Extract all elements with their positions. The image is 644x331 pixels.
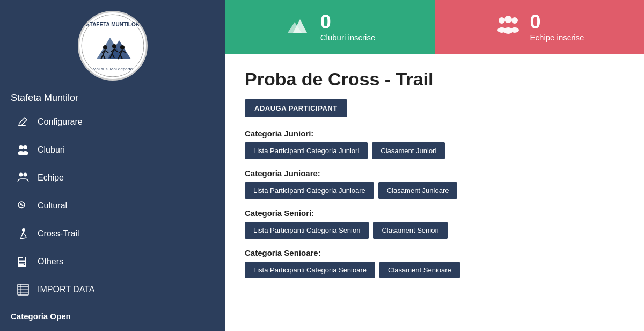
stats-bar: 0 Cluburi inscrise 0 Echipe inscrise [225,0,644,54]
sidebar-item-label-import-data: IMPORT DATA [38,285,94,294]
logo: STAFETA MUNTILOR Mai sus, Mai departe [78,11,148,81]
sidebar-item-cultural[interactable]: Cultural [0,192,225,220]
sidebar-item-label-cultural: Cultural [38,201,67,211]
category-label-junioare: Categoria Junioare: [245,169,625,178]
svg-point-27 [22,151,28,155]
category-label-seniori: Categoria Seniori: [245,208,625,218]
sidebar-item-cluburi[interactable]: Cluburi [0,136,225,164]
sidebar-item-label-cluburi: Cluburi [38,145,65,155]
list-juniori-button[interactable]: Lista Participanti Categoria Juniori [245,142,368,159]
footer-bold: Open [50,312,70,321]
mountain-icon [285,14,312,40]
stat-number-echipe: 0 [530,12,541,32]
sidebar-item-echipe[interactable]: Echipe [0,164,225,192]
sidebar: STAFETA MUNTILOR Mai sus, Mai departe St… [0,0,225,331]
svg-text:STAFETA MUNTILOR: STAFETA MUNTILOR [86,21,140,27]
list-seniori-button[interactable]: Lista Participanti Categoria Seniori [245,222,369,239]
stat-text-cluburi: 0 Cluburi inscrise [320,12,376,42]
svg-point-51 [511,17,518,24]
logo-area: STAFETA MUNTILOR Mai sus, Mai departe [0,0,225,86]
svg-point-24 [19,145,23,149]
echipe-icon [16,171,30,185]
svg-rect-40 [25,257,26,267]
svg-rect-39 [18,257,19,267]
category-buttons-senioare: Lista Participanti Categoria Senioare Cl… [245,262,625,278]
svg-point-33 [22,228,25,232]
sidebar-item-label-cross-trail: Cross-Trail [38,229,79,239]
svg-point-15 [120,45,125,49]
footer-prefix: Categoria [11,312,50,321]
content-area: Proba de Cross - Trail ADAUGA PARTICIPAN… [225,54,644,331]
svg-rect-36 [18,261,26,262]
sidebar-item-import-data[interactable]: IMPORT DATA [0,276,225,304]
sidebar-footer: Categoria Open [0,304,225,328]
svg-rect-35 [18,260,26,261]
sidebar-item-others[interactable]: Others [0,248,225,276]
others-icon [16,255,30,269]
stat-label-echipe: Echipe inscrise [530,33,584,42]
category-section-juniori: Categoria Juniori: Lista Participanti Ca… [245,129,625,159]
clasament-juniori-button[interactable]: Clasament Juniori [372,142,445,159]
sidebar-item-label-echipe: Echipe [38,173,64,183]
svg-point-28 [19,173,23,177]
svg-point-25 [23,145,27,149]
clasament-junioare-button[interactable]: Clasament Junioare [378,182,458,199]
category-label-juniori: Categoria Juniori: [245,129,625,138]
stat-label-cluburi: Cluburi inscrise [320,33,376,42]
sidebar-nav: Configurare Cluburi Echip [0,108,225,304]
team-icon [495,14,522,40]
stat-number-cluburi: 0 [320,12,331,32]
stat-card-cluburi: 0 Cluburi inscrise [225,0,435,54]
cluburi-icon [16,143,30,157]
category-label-senioare: Categoria Senioare: [245,248,625,257]
svg-text:Mai sus, Mai departe: Mai sus, Mai departe [93,67,133,71]
list-senioare-button[interactable]: Lista Participanti Categoria Senioare [245,262,375,278]
svg-rect-37 [18,263,26,264]
svg-rect-41 [18,265,26,267]
svg-point-3 [103,45,107,49]
main-content: 0 Cluburi inscrise 0 Echipe inscrise [225,0,644,331]
category-section-seniori: Categoria Seniori: Lista Participanti Ca… [245,208,625,239]
sidebar-title: Stafeta Muntilor [0,86,225,108]
cultural-icon [16,199,30,213]
sidebar-item-cross-trail[interactable]: Cross-Trail [0,220,225,248]
add-participant-button[interactable]: ADAUGA PARTICIPANT [245,99,347,117]
svg-point-54 [510,27,519,33]
sidebar-item-label-configurare: Configurare [38,117,83,127]
sidebar-item-label-others: Others [38,257,63,267]
cross-trail-icon [16,227,30,241]
category-section-senioare: Categoria Senioare: Lista Participanti C… [245,248,625,278]
svg-point-49 [499,17,505,24]
page-title: Proba de Cross - Trail [245,69,625,90]
svg-point-29 [24,173,27,177]
clasament-seniori-button[interactable]: Clasament Seniori [373,222,447,239]
category-buttons-junioare: Lista Participanti Categoria Junioare Cl… [245,182,625,199]
stat-card-echipe: 0 Echipe inscrise [435,0,644,54]
edit-icon [16,115,30,129]
category-buttons-juniori: Lista Participanti Categoria Juniori Cla… [245,142,625,159]
sidebar-item-configurare[interactable]: Configurare [0,108,225,136]
svg-point-50 [504,16,512,23]
svg-point-32 [22,205,24,206]
import-data-icon [16,283,30,297]
svg-point-31 [20,203,22,205]
clasament-senioare-button[interactable]: Clasament Senioare [379,262,460,278]
stat-text-echipe: 0 Echipe inscrise [530,12,584,42]
category-buttons-seniori: Lista Participanti Categoria Seniori Cla… [245,222,625,239]
svg-point-9 [112,44,116,48]
list-junioare-button[interactable]: Lista Participanti Categoria Junioare [245,182,374,199]
category-section-junioare: Categoria Junioare: Lista Participanti C… [245,169,625,199]
